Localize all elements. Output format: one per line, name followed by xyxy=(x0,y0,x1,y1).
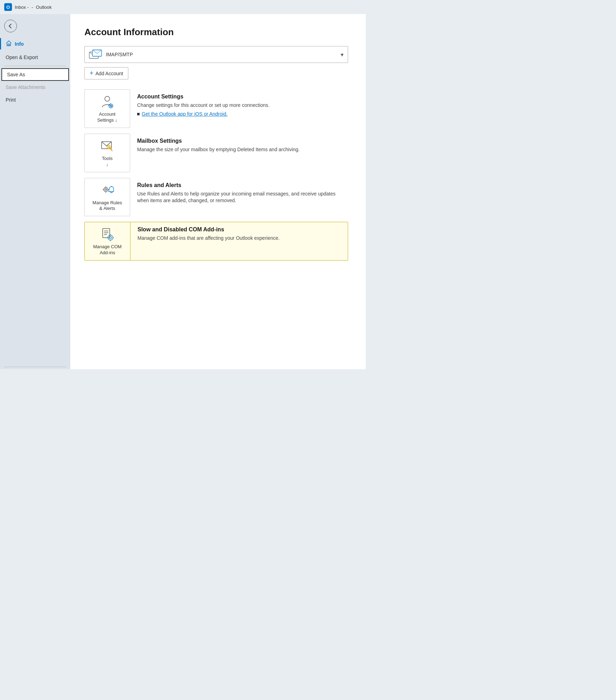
account-settings-button[interactable]: AccountSettings ↓ xyxy=(84,89,130,128)
back-button[interactable] xyxy=(4,20,17,32)
sidebar-item-save-as[interactable]: Save As xyxy=(1,68,69,81)
com-addins-desc: Manage COM add-ins that are affecting yo… xyxy=(137,235,280,242)
rules-alerts-card: Manage Rules& Alerts Rules and Alerts Us… xyxy=(84,178,348,217)
svg-point-16 xyxy=(108,146,109,148)
sidebar-bottom-divider xyxy=(4,367,66,367)
account-settings-card: AccountSettings ↓ Account Settings Chang… xyxy=(84,89,348,128)
svg-line-13 xyxy=(109,107,109,108)
com-addins-info: Slow and Disabled COM Add-ins Manage COM… xyxy=(130,222,287,248)
title-bar-app-name: Inbox - xyxy=(15,5,29,10)
account-selector-icon xyxy=(89,49,102,60)
account-selector[interactable]: IMAP/SMTP ▾ xyxy=(84,46,348,63)
title-bar-separator: - xyxy=(32,5,33,10)
sidebar-divider-1 xyxy=(4,66,66,66)
svg-line-10 xyxy=(109,104,109,104)
rules-alerts-title: Rules and Alerts xyxy=(137,182,341,188)
account-selector-label: IMAP/SMTP xyxy=(106,52,341,57)
manage-rules-button[interactable]: Manage Rules& Alerts xyxy=(84,178,130,217)
plus-icon: + xyxy=(90,70,94,77)
mailbox-settings-title: Mailbox Settings xyxy=(137,138,300,144)
sidebar-item-info[interactable]: Info xyxy=(0,37,70,51)
main-content: Account Information IMAP/SMTP ▾ + Add Ac… xyxy=(70,14,366,369)
sidebar-item-save-as-label: Save As xyxy=(7,72,25,77)
svg-point-15 xyxy=(107,145,110,149)
sidebar-item-info-label: Info xyxy=(15,41,24,47)
svg-point-5 xyxy=(110,105,111,107)
sidebar-item-open-export[interactable]: Open & Export xyxy=(0,51,70,64)
add-account-label: Add Account xyxy=(96,71,123,76)
account-settings-bullet: Get the Outlook app for iOS or Android. xyxy=(137,111,270,117)
account-settings-info: Account Settings Change settings for thi… xyxy=(130,89,277,121)
tools-button-label: Tools↓ xyxy=(102,156,113,168)
sidebar-item-save-attachments-label: Save Attachments xyxy=(6,84,45,90)
rules-alerts-info: Rules and Alerts Use Rules and Alerts to… xyxy=(130,178,348,211)
sidebar-item-print[interactable]: Print xyxy=(0,94,70,106)
com-addins-card: Manage COMAdd-ins Slow and Disabled COM … xyxy=(84,222,348,261)
svg-point-18 xyxy=(105,188,107,190)
home-icon xyxy=(6,40,12,47)
com-addins-title: Slow and Disabled COM Add-ins xyxy=(137,226,280,233)
account-settings-title: Account Settings xyxy=(137,94,270,100)
sidebar-item-save-attachments[interactable]: Save Attachments xyxy=(0,81,70,94)
rules-alerts-desc: Use Rules and Alerts to help organize yo… xyxy=(137,191,341,204)
svg-point-17 xyxy=(104,187,108,192)
account-selector-chevron: ▾ xyxy=(341,51,344,58)
svg-point-3 xyxy=(105,96,110,101)
account-settings-button-label: AccountSettings ↓ xyxy=(97,111,117,123)
app-container: Info Open & Export Save As Save Attachme… xyxy=(0,14,366,369)
svg-line-11 xyxy=(112,107,113,108)
svg-line-12 xyxy=(112,104,113,104)
tools-button[interactable]: Tools↓ xyxy=(84,134,130,172)
account-settings-desc: Change settings for this account or set … xyxy=(137,102,270,109)
mailbox-settings-info: Mailbox Settings Manage the size of your… xyxy=(130,134,307,160)
mailbox-settings-card: Tools↓ Mailbox Settings Manage the size … xyxy=(84,134,348,172)
manage-rules-button-label: Manage Rules& Alerts xyxy=(92,200,122,212)
sidebar-spacer xyxy=(0,106,70,365)
svg-rect-24 xyxy=(103,229,110,238)
add-account-button[interactable]: + Add Account xyxy=(84,67,128,79)
title-bar-app-title: Outlook xyxy=(36,5,52,10)
sidebar: Info Open & Export Save As Save Attachme… xyxy=(0,14,70,369)
account-settings-link[interactable]: Get the Outlook app for iOS or Android. xyxy=(142,111,227,117)
sidebar-item-print-label: Print xyxy=(6,97,16,103)
svg-rect-0 xyxy=(8,44,9,46)
mailbox-settings-desc: Manage the size of your mailbox by empty… xyxy=(137,146,300,153)
svg-point-4 xyxy=(109,104,113,108)
bullet-square xyxy=(137,113,140,115)
manage-com-addins-button[interactable]: Manage COMAdd-ins xyxy=(85,222,130,260)
app-logo: O xyxy=(4,3,12,11)
manage-com-addins-button-label: Manage COMAdd-ins xyxy=(93,244,122,256)
title-bar: O Inbox - - Outlook xyxy=(0,0,366,14)
page-title: Account Information xyxy=(84,27,352,38)
sidebar-item-open-export-label: Open & Export xyxy=(6,54,38,60)
